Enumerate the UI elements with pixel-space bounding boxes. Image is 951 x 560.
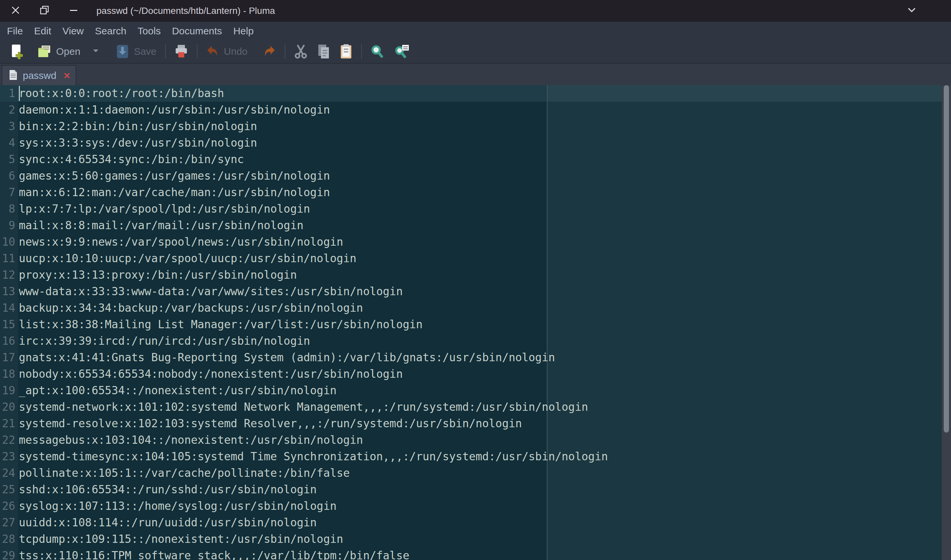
toolbar-separator [361, 44, 362, 59]
vertical-scrollbar[interactable] [942, 85, 951, 560]
code-line[interactable]: 19_apt:x:100:65534::/nonexistent:/usr/sb… [0, 382, 942, 399]
line-number: 12 [0, 267, 15, 283]
code-line[interactable]: 18nobody:x:65534:65534:nobody:/nonexiste… [0, 366, 942, 382]
chevron-down-icon [907, 7, 917, 15]
menu-edit[interactable]: Edit [28, 23, 57, 38]
menu-view[interactable]: View [57, 23, 89, 38]
line-number: 29 [0, 548, 15, 560]
find-replace-button[interactable] [391, 43, 413, 60]
paste-icon [340, 44, 352, 59]
code-line[interactable]: 9mail:x:8:8:mail:/var/mail:/usr/sbin/nol… [0, 217, 942, 234]
code-line[interactable]: 3bin:x:2:2:bin:/bin:/usr/sbin/nologin [0, 118, 942, 135]
line-number: 20 [0, 399, 15, 415]
code-line[interactable]: 25sshd:x:106:65534::/run/sshd:/usr/sbin/… [0, 482, 942, 498]
menu-help[interactable]: Help [228, 23, 259, 38]
code-line[interactable]: 26syslog:x:107:113::/home/syslog:/usr/sb… [0, 498, 942, 514]
new-document-button[interactable] [7, 43, 28, 60]
code-line[interactable]: 16irc:x:39:39:ircd:/run/ircd:/usr/sbin/n… [0, 333, 942, 349]
line-number: 22 [0, 432, 15, 448]
open-button-label: Open [56, 46, 80, 57]
line-text: man:x:6:12:man:/var/cache/man:/usr/sbin/… [15, 184, 330, 201]
code-line[interactable]: 6games:x:5:60:games:/usr/games:/usr/sbin… [0, 168, 942, 184]
code-line[interactable]: 14backup:x:34:34:backup:/var/backups:/us… [0, 300, 942, 316]
undo-button[interactable]: Undo [203, 44, 251, 60]
open-button[interactable]: Open [34, 43, 83, 60]
code-line[interactable]: 1root:x:0:0:root:/root:/bin/bash [0, 85, 942, 102]
text-cursor [19, 86, 20, 101]
menu-documents[interactable]: Documents [166, 23, 228, 38]
menu-file[interactable]: File [2, 23, 28, 38]
code-line[interactable]: 15list:x:38:38:Mailing List Manager:/var… [0, 316, 942, 333]
code-line[interactable]: 2daemon:x:1:1:daemon:/usr/sbin:/usr/sbin… [0, 102, 942, 118]
tab-passwd[interactable]: passwd [2, 65, 76, 85]
code-line[interactable]: 17gnats:x:41:41:Gnats Bug-Reporting Syst… [0, 349, 942, 366]
line-number: 27 [0, 514, 15, 531]
scrollbar-thumb[interactable] [944, 85, 949, 432]
code-line[interactable]: 21systemd-resolve:x:102:103:systemd Reso… [0, 415, 942, 432]
code-line[interactable]: 7man:x:6:12:man:/var/cache/man:/usr/sbin… [0, 184, 942, 201]
line-number: 3 [0, 118, 15, 135]
line-text: www-data:x:33:33:www-data:/var/www/sites… [15, 283, 403, 300]
code-line[interactable]: 28tcpdump:x:109:115::/nonexistent:/usr/s… [0, 531, 942, 548]
save-button[interactable]: Save [112, 43, 160, 60]
cut-button[interactable] [291, 43, 311, 60]
redo-icon [263, 45, 276, 58]
line-number: 18 [0, 366, 15, 382]
find-button[interactable] [367, 43, 388, 60]
line-number: 15 [0, 316, 15, 333]
code-line[interactable]: 23systemd-timesync:x:104:105:systemd Tim… [0, 448, 942, 465]
line-number: 28 [0, 531, 15, 548]
open-dropdown-button[interactable] [92, 49, 99, 54]
code-line[interactable]: 5sync:x:4:65534:sync:/bin:/bin/sync [0, 151, 942, 168]
line-text: sys:x:3:3:sys:/dev:/usr/sbin/nologin [15, 135, 257, 151]
code-line[interactable]: 8lp:x:7:7:lp:/var/spool/lpd:/usr/sbin/no… [0, 201, 942, 217]
line-text: mail:x:8:8:mail:/var/mail:/usr/sbin/nolo… [15, 217, 303, 234]
line-number: 5 [0, 151, 15, 168]
code-line[interactable]: 20systemd-network:x:101:102:systemd Netw… [0, 399, 942, 415]
save-icon [116, 44, 129, 59]
line-number: 13 [0, 283, 15, 300]
code-line[interactable]: 24pollinate:x:105:1::/var/cache/pollinat… [0, 465, 942, 482]
line-number: 24 [0, 465, 15, 482]
save-button-label: Save [134, 46, 156, 57]
line-text: systemd-network:x:101:102:systemd Networ… [15, 399, 588, 415]
menu-tools[interactable]: Tools [132, 23, 166, 38]
undo-icon [206, 45, 219, 58]
line-number: 17 [0, 349, 15, 366]
line-text: systemd-timesync:x:104:105:systemd Time … [15, 448, 608, 465]
line-text: tss:x:110:116:TPM software stack,,,:/var… [15, 548, 409, 560]
tabbar: passwd [0, 63, 951, 85]
line-text: root:x:0:0:root:/root:/bin/bash [15, 85, 224, 102]
line-number: 1 [0, 85, 15, 102]
window-title: passwd (~/Documents/htb/Lantern) - Pluma [97, 6, 275, 16]
menu-search[interactable]: Search [89, 23, 132, 38]
code-line[interactable]: 27uuidd:x:108:114::/run/uuidd:/usr/sbin/… [0, 514, 942, 531]
line-text: syslog:x:107:113::/home/syslog:/usr/sbin… [15, 498, 337, 514]
line-number: 16 [0, 333, 15, 349]
redo-button[interactable] [260, 44, 279, 60]
text-editor-area[interactable]: 1root:x:0:0:root:/root:/bin/bash2daemon:… [0, 85, 951, 560]
restore-window-button[interactable] [37, 3, 52, 18]
code-line[interactable]: 12proxy:x:13:13:proxy:/bin:/usr/sbin/nol… [0, 267, 942, 283]
line-text: sync:x:4:65534:sync:/bin:/bin/sync [15, 151, 244, 168]
code-line[interactable]: 4sys:x:3:3:sys:/dev:/usr/sbin/nologin [0, 135, 942, 151]
code-line[interactable]: 13www-data:x:33:33:www-data:/var/www/sit… [0, 283, 942, 300]
copy-button[interactable] [314, 43, 334, 60]
copy-icon [317, 44, 330, 59]
minimize-window-button[interactable] [66, 3, 81, 18]
tab-close-button[interactable] [64, 72, 70, 79]
chevron-down-icon [92, 49, 99, 54]
titlebar-overflow-button[interactable] [904, 3, 919, 18]
code-line[interactable]: 10news:x:9:9:news:/var/spool/news:/usr/s… [0, 234, 942, 250]
new-document-icon [11, 44, 25, 59]
code-line[interactable]: 29tss:x:110:116:TPM software stack,,,:/v… [0, 548, 942, 560]
line-text: messagebus:x:103:104::/nonexistent:/usr/… [15, 432, 363, 448]
code-line[interactable]: 22messagebus:x:103:104::/nonexistent:/us… [0, 432, 942, 448]
code-line[interactable]: 11uucp:x:10:10:uucp:/var/spool/uucp:/usr… [0, 250, 942, 267]
paste-button[interactable] [336, 43, 356, 60]
line-number: 19 [0, 382, 15, 399]
line-number: 21 [0, 415, 15, 432]
print-button[interactable] [171, 43, 192, 60]
close-window-button[interactable] [8, 3, 23, 18]
line-text: games:x:5:60:games:/usr/games:/usr/sbin/… [15, 168, 330, 184]
